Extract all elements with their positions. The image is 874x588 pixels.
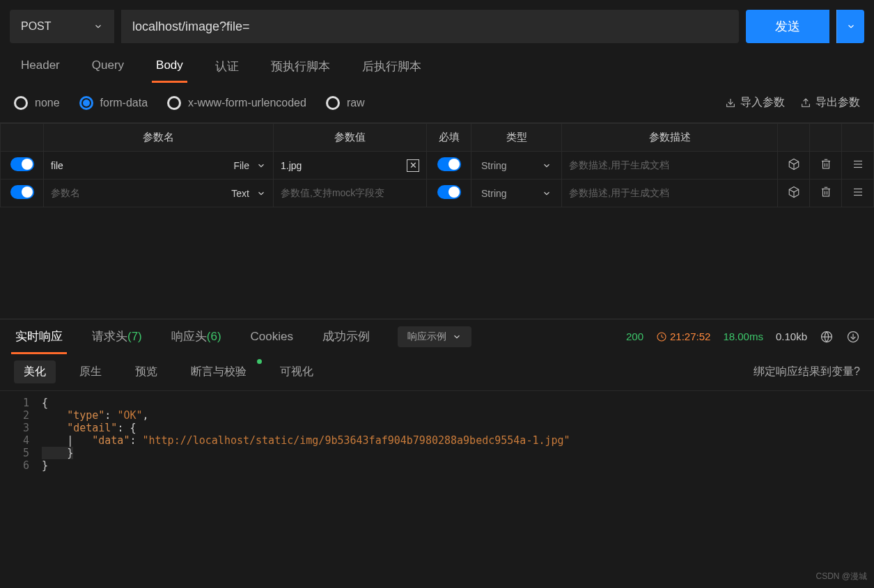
- body-type-radio-group: none form-data x-www-form-urlencoded raw: [14, 96, 725, 110]
- drag-icon[interactable]: [852, 186, 864, 198]
- download-icon[interactable]: [846, 330, 860, 344]
- clock-icon: [656, 331, 667, 342]
- required-toggle[interactable]: [437, 185, 461, 199]
- chevron-down-icon: [846, 22, 856, 31]
- view-pretty[interactable]: 美化: [14, 360, 56, 383]
- param-kind-select[interactable]: Text: [231, 188, 266, 199]
- delete-icon[interactable]: [820, 186, 832, 198]
- tab-cookies[interactable]: Cookies: [249, 321, 295, 352]
- drag-icon[interactable]: [852, 158, 864, 170]
- status-code: 200: [626, 331, 643, 342]
- col-type: 类型: [471, 124, 562, 152]
- col-required: 必填: [427, 124, 471, 152]
- col-value: 参数值: [274, 124, 427, 152]
- view-assert[interactable]: 断言与校验: [181, 360, 256, 383]
- params-table: 参数名 参数值 必填 类型 参数描述 file File: [0, 123, 874, 207]
- chevron-down-icon: [452, 332, 462, 342]
- param-type-select[interactable]: String: [471, 152, 561, 179]
- tab-request-headers[interactable]: 请求头(7): [91, 320, 143, 353]
- param-name-input[interactable]: file: [51, 160, 63, 171]
- tab-post-script[interactable]: 后执行脚本: [358, 54, 426, 83]
- param-name-input[interactable]: 参数名: [51, 187, 80, 200]
- chevron-down-icon: [542, 161, 552, 170]
- tab-success-example[interactable]: 成功示例: [321, 320, 371, 353]
- http-method-select[interactable]: POST: [10, 10, 114, 43]
- cube-icon[interactable]: [788, 158, 800, 170]
- response-view-toolbar: 美化 原生 预览 断言与校验 可视化 绑定响应结果到变量?: [0, 353, 874, 391]
- tab-header[interactable]: Header: [17, 54, 64, 83]
- param-value-input[interactable]: 参数值,支持mock字段变: [281, 187, 384, 200]
- chevron-down-icon: [256, 189, 266, 198]
- param-value-input[interactable]: 1.jpg: [281, 160, 302, 171]
- request-tabs: Header Query Body 认证 预执行脚本 后执行脚本: [0, 47, 874, 83]
- watermark: CSDN @漫城: [816, 571, 867, 582]
- param-row: file File 1.jpg ✕ String: [1, 152, 874, 180]
- url-input[interactable]: [121, 10, 739, 43]
- col-enabled: [1, 124, 44, 152]
- param-type-select[interactable]: String: [471, 180, 561, 207]
- export-icon: [800, 97, 811, 109]
- enable-toggle[interactable]: [10, 185, 34, 199]
- view-raw[interactable]: 原生: [70, 360, 111, 383]
- body-type-urlencoded[interactable]: x-www-form-urlencoded: [167, 96, 306, 110]
- tab-body[interactable]: Body: [152, 54, 187, 83]
- svg-rect-11: [822, 189, 829, 197]
- response-time: 21:27:52: [656, 331, 710, 342]
- export-params-button[interactable]: 导出参数: [800, 95, 860, 110]
- enable-toggle[interactable]: [10, 157, 34, 171]
- response-size: 0.10kb: [776, 331, 807, 342]
- param-desc-input[interactable]: 参数描述,用于生成文档: [562, 152, 777, 179]
- chevron-down-icon: [542, 189, 552, 198]
- chevron-down-icon: [93, 22, 103, 31]
- http-method-label: POST: [21, 20, 52, 33]
- body-type-form-data[interactable]: form-data: [79, 96, 148, 110]
- delete-icon[interactable]: [820, 158, 832, 170]
- tab-pre-script[interactable]: 预执行脚本: [267, 54, 334, 83]
- response-body-editor[interactable]: 1{ 2 "type": "OK", 3 "detail": { 4 | "da…: [0, 391, 874, 472]
- required-toggle[interactable]: [437, 157, 461, 171]
- clear-value-button[interactable]: ✕: [407, 159, 419, 172]
- cube-icon[interactable]: [788, 186, 800, 198]
- tab-query[interactable]: Query: [88, 54, 128, 83]
- globe-icon[interactable]: [820, 330, 834, 344]
- send-button[interactable]: 发送: [746, 10, 829, 43]
- col-desc: 参数描述: [562, 124, 778, 152]
- bind-response-link[interactable]: 绑定响应结果到变量?: [754, 365, 860, 379]
- tab-auth[interactable]: 认证: [211, 54, 243, 83]
- send-split-button[interactable]: [836, 10, 864, 43]
- chevron-down-icon: [256, 161, 266, 170]
- response-tabs: 实时响应 请求头(7) 响应头(6) Cookies 成功示例 响应示例 200…: [0, 319, 874, 353]
- body-type-raw[interactable]: raw: [326, 96, 365, 110]
- view-visualize[interactable]: 可视化: [270, 360, 323, 383]
- import-params-button[interactable]: 导入参数: [725, 95, 785, 110]
- param-desc-input[interactable]: 参数描述,用于生成文档: [562, 180, 777, 207]
- response-example-select[interactable]: 响应示例: [398, 326, 471, 347]
- import-icon: [725, 97, 736, 109]
- tab-live-response[interactable]: 实时响应: [14, 320, 64, 353]
- svg-rect-3: [822, 161, 829, 169]
- param-kind-select[interactable]: File: [233, 160, 266, 171]
- param-row: 参数名 Text 参数值,支持mock字段变 String: [1, 180, 874, 207]
- view-preview[interactable]: 预览: [125, 360, 167, 383]
- body-type-none[interactable]: none: [14, 96, 60, 110]
- response-duration: 18.00ms: [723, 331, 763, 342]
- tab-response-headers[interactable]: 响应头(6): [170, 320, 223, 353]
- col-name: 参数名: [44, 124, 274, 152]
